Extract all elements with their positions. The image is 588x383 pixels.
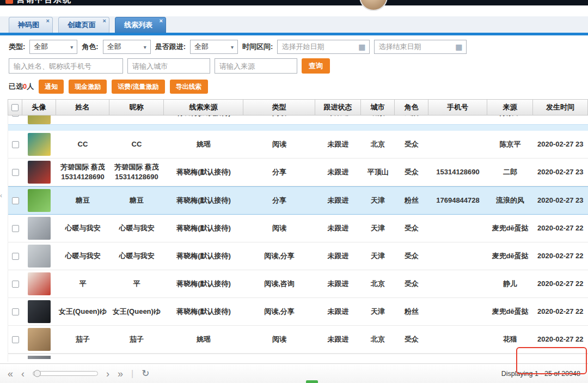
avatar-cell bbox=[22, 187, 56, 214]
row-checkbox[interactable] bbox=[12, 253, 19, 260]
role-label: 角色: bbox=[82, 42, 98, 52]
time-range-label: 时间区间: bbox=[242, 42, 273, 52]
table-row[interactable]: 芳碧国际 蔡茂 15314128690 芳碧国际 蔡茂 15314128690 … bbox=[8, 159, 588, 186]
cell-lead-source: 姚瑶 bbox=[164, 131, 243, 158]
follow-select[interactable]: 全部 ▾ bbox=[190, 40, 238, 54]
col-role[interactable]: 角色 bbox=[395, 99, 428, 115]
row-checkbox[interactable] bbox=[12, 141, 19, 148]
cell-origin: 静儿 bbox=[487, 270, 533, 297]
end-date-placeholder: 选择结束日期 bbox=[378, 42, 421, 52]
row-checkbox[interactable] bbox=[12, 197, 19, 204]
cell-type: 阅读 bbox=[243, 131, 315, 158]
cell-role: 受众 bbox=[395, 326, 428, 353]
close-icon[interactable]: × bbox=[160, 18, 163, 24]
chevron-down-icon: ▾ bbox=[70, 44, 73, 50]
data-reward-button[interactable]: 话费/流量激励 bbox=[112, 80, 164, 94]
user-avatar[interactable] bbox=[359, 0, 388, 11]
pagination-slider-knob[interactable] bbox=[34, 370, 41, 377]
cell-role: 粉丝 bbox=[395, 187, 428, 214]
cell-follow-status: 未跟进 bbox=[315, 298, 361, 325]
tab-shenmatu[interactable]: 神码图 × bbox=[9, 17, 53, 33]
calendar-icon[interactable]: ▦ bbox=[455, 43, 462, 51]
cell-name: 糖豆 bbox=[56, 187, 109, 214]
table-row[interactable]: 平 平 蒋晓梅(默认接待) 阅读,咨询 未跟进 北京 受众 静儿 2020-02… bbox=[8, 270, 588, 298]
pagination-slider[interactable] bbox=[33, 371, 98, 376]
export-leads-button[interactable]: 导出线索 bbox=[170, 80, 208, 94]
name-search-input[interactable] bbox=[9, 58, 123, 74]
tab-bar: 神码图 × 创建页面 × 线索列表 × bbox=[0, 16, 588, 35]
checkbox-cell bbox=[8, 326, 22, 353]
type-select[interactable]: 全部 ▾ bbox=[29, 40, 77, 54]
col-follow-status[interactable]: 跟进状态 bbox=[315, 99, 361, 115]
select-all-checkbox[interactable] bbox=[11, 104, 19, 111]
table-body: CC CC 蒋晓梅(默认接待) 阅读 未跟进 北京 受众 陈京平 CC CC 姚… bbox=[8, 115, 588, 362]
panel-collapse-icon[interactable]: ‹ bbox=[0, 192, 2, 199]
table-row[interactable]: 心暖与我安 心暖与我安 蒋晓梅(默认接待) 阅读,分享 未跟进 天津 受众 麦兜… bbox=[8, 242, 588, 270]
close-icon[interactable]: × bbox=[103, 18, 106, 24]
cell-name: CC bbox=[56, 131, 109, 158]
col-lead-source[interactable]: 线索来源 bbox=[164, 99, 243, 115]
cell-phone bbox=[428, 215, 487, 242]
start-date-field[interactable]: 选择开始日期 ▦ bbox=[277, 40, 370, 54]
cash-reward-button[interactable]: 现金激励 bbox=[69, 80, 107, 94]
avatar-cell bbox=[22, 270, 56, 297]
cell-city: 天津 bbox=[361, 298, 395, 325]
calendar-icon[interactable]: ▦ bbox=[358, 43, 365, 51]
cell-follow-status: 未跟进 bbox=[315, 326, 361, 353]
end-date-field[interactable]: 选择结束日期 ▦ bbox=[374, 40, 467, 54]
city-search-input[interactable] bbox=[127, 58, 210, 74]
avatar bbox=[28, 133, 51, 156]
row-checkbox[interactable] bbox=[12, 169, 19, 176]
row-checkbox[interactable] bbox=[12, 281, 19, 288]
table-row[interactable]: 茄子 茄子 姚瑶 阅读 未跟进 北京 受众 花猫 2020-02-27 22 bbox=[8, 326, 588, 354]
refresh-icon[interactable]: ↻ bbox=[142, 368, 149, 379]
row-checkbox[interactable] bbox=[12, 308, 19, 315]
cell-phone bbox=[428, 115, 487, 124]
tab-create-page[interactable]: 创建页面 × bbox=[58, 17, 109, 33]
search-button[interactable]: 查询 bbox=[302, 58, 330, 74]
checkbox-cell bbox=[8, 115, 22, 124]
source-search-input[interactable] bbox=[215, 58, 297, 74]
cell-lead-source: 蒋晓梅(默认接待) bbox=[164, 270, 243, 297]
prev-page-icon[interactable]: ‹ bbox=[21, 369, 24, 379]
close-icon[interactable]: × bbox=[46, 18, 50, 24]
row-checkbox[interactable] bbox=[12, 336, 19, 343]
table-row[interactable]: 女王(Queen)ゆ 女王(Queen)ゆ 蒋晓梅(默认接待) 阅读,分享 未跟… bbox=[8, 298, 588, 326]
checkbox-cell bbox=[8, 159, 22, 186]
cell-follow-status: 未跟进 bbox=[315, 242, 361, 270]
col-phone[interactable]: 手机号 bbox=[428, 99, 487, 115]
cell-lead-source: 蒋晓梅(默认接待) bbox=[164, 215, 243, 242]
notify-button[interactable]: 通知 bbox=[39, 80, 64, 94]
tab-leads-list[interactable]: 线索列表 × bbox=[115, 17, 166, 33]
cell-type: 阅读,分享 bbox=[243, 298, 315, 325]
cell-lead-source: 蒋晓梅(默认接待) bbox=[164, 115, 243, 124]
cell-city: 平顶山 bbox=[361, 159, 395, 186]
col-name[interactable]: 姓名 bbox=[56, 99, 109, 115]
table-row[interactable]: CC CC 姚瑶 阅读 未跟进 北京 受众 陈京平 2020-02-27 23 bbox=[8, 131, 588, 159]
role-select[interactable]: 全部 ▾ bbox=[103, 40, 151, 54]
table-row[interactable]: 心暖与我安 心暖与我安 蒋晓梅(默认接待) 阅读 未跟进 天津 受众 麦兜dē蛋… bbox=[8, 215, 588, 242]
cell-origin: 二郎 bbox=[487, 159, 533, 186]
last-page-icon[interactable]: » bbox=[118, 369, 123, 379]
col-city[interactable]: 城市 bbox=[361, 99, 395, 115]
cell-nickname: 心暖与我安 bbox=[109, 215, 164, 242]
row-checkbox[interactable] bbox=[12, 115, 19, 117]
table-row[interactable]: 糖豆 糖豆 蒋晓梅(默认接待) 分享 未跟进 天津 粉丝 17694844728… bbox=[8, 186, 588, 215]
col-origin[interactable]: 来源 bbox=[487, 99, 533, 115]
col-time[interactable]: 发生时间 bbox=[533, 99, 588, 115]
header-checkbox-cell bbox=[8, 99, 22, 115]
first-page-icon[interactable]: « bbox=[8, 369, 13, 379]
avatar-cell bbox=[22, 131, 56, 158]
col-avatar[interactable]: 头像 bbox=[22, 99, 56, 115]
cell-origin: 陈京平 bbox=[487, 115, 533, 124]
table-header: 头像 姓名 昵称 线索来源 类型 跟进状态 城市 角色 手机号 来源 发生时间 bbox=[8, 99, 588, 115]
col-type[interactable]: 类型 bbox=[243, 99, 315, 115]
type-select-value: 全部 bbox=[34, 42, 48, 52]
col-nickname[interactable]: 昵称 bbox=[109, 99, 164, 115]
table-row[interactable]: CC CC 蒋晓梅(默认接待) 阅读 未跟进 北京 受众 陈京平 bbox=[8, 115, 588, 124]
avatar-cell bbox=[22, 215, 56, 242]
cell-nickname: 心暖与我安 bbox=[109, 242, 164, 270]
next-page-icon[interactable]: › bbox=[106, 369, 109, 379]
row-checkbox[interactable] bbox=[12, 225, 19, 232]
cell-time: 2020-02-27 22 bbox=[533, 270, 588, 297]
